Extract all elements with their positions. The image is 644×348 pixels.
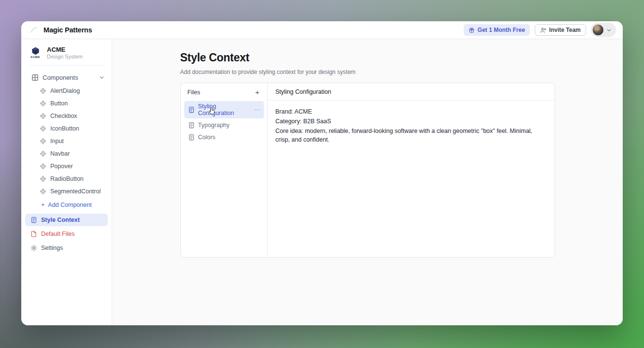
sidebar-section-components[interactable]: Components [21, 71, 112, 85]
magic-patterns-logo[interactable]: Magic Patterns [29, 26, 92, 34]
content-line: Core idea: modern, reliable, forward-loo… [276, 127, 547, 144]
style-context-panel: Files + Styling Configuration ⋯ [180, 83, 555, 258]
add-component-button[interactable]: + Add Component [21, 198, 112, 212]
acme-cube-icon [31, 47, 40, 55]
plus-icon: + [41, 202, 44, 208]
page-subtitle: Add documentation to provide styling con… [180, 69, 555, 75]
invite-team-button[interactable]: Invite Team [535, 24, 586, 36]
content-line: Category: B2B SaaS [276, 117, 547, 126]
component-label: AlertDialog [50, 87, 80, 94]
component-label: RadioButton [50, 175, 84, 182]
sidebar-item-default-files[interactable]: Default Files [25, 228, 108, 240]
workspace-switcher[interactable]: ACME ACME Design System [21, 44, 112, 64]
acme-logo-badge: ACME [28, 47, 43, 58]
file-item-colors[interactable]: Colors [184, 132, 264, 143]
components-label: Components [43, 74, 78, 81]
file-label: Typography [198, 122, 230, 129]
gear-icon [30, 245, 37, 251]
files-list: Styling Configuration ⋯ Typography Color… [181, 100, 267, 145]
component-label: Input [50, 138, 64, 145]
file-content-column: Styling Configuration Brand: ACME Catego… [268, 83, 555, 257]
page-title: Style Context [180, 51, 555, 64]
files-column: Files + Styling Configuration ⋯ [181, 83, 268, 257]
sidebar-component-radiobutton[interactable]: RadioButton [21, 173, 112, 185]
person-plus-icon [540, 27, 546, 33]
component-label: Popover [50, 163, 73, 170]
file-item-typography[interactable]: Typography [184, 120, 264, 130]
avatar [592, 24, 604, 36]
sidebar-component-navbar[interactable]: Navbar [21, 147, 112, 160]
content-line: Brand: ACME [276, 107, 547, 116]
top-bar: Magic Patterns Get 1 Month Free Invite T… [21, 21, 623, 39]
sidebar-item-style-context[interactable]: Style Context [25, 214, 108, 226]
promo-button-label: Get 1 Month Free [478, 27, 525, 33]
component-label: IconButton [50, 125, 79, 132]
files-header: Files + [181, 83, 267, 100]
main-content: Style Context Add documentation to provi… [112, 39, 623, 325]
component-label: SegmentedControl [50, 188, 101, 195]
sidebar-component-popover[interactable]: Popover [21, 160, 112, 173]
components-grid-icon [31, 74, 39, 81]
component-icon [40, 150, 46, 157]
file-label: Styling Configuration [198, 103, 248, 116]
sidebar-component-iconbutton[interactable]: IconButton [21, 122, 112, 135]
component-icon [40, 113, 46, 119]
component-icon [40, 100, 46, 107]
add-component-label: Add Component [48, 202, 91, 208]
sidebar-component-button[interactable]: Button [21, 97, 112, 110]
magic-patterns-logo-icon [29, 26, 40, 34]
component-icon [40, 175, 46, 182]
get-month-free-button[interactable]: Get 1 Month Free [464, 24, 530, 36]
component-icon [40, 138, 46, 145]
sidebar-component-alertdialog[interactable]: AlertDialog [21, 85, 112, 97]
document-icon [188, 106, 195, 113]
component-icon [40, 125, 46, 132]
file-label: Colors [198, 134, 216, 141]
component-label: Navbar [50, 150, 70, 157]
workspace-name: ACME [47, 46, 83, 53]
document-icon [188, 122, 195, 129]
chevron-down-icon [606, 27, 612, 33]
file-content-header: Styling Configuration [268, 83, 555, 101]
sidebar: ACME ACME Design System Components Alert… [21, 39, 112, 325]
sidebar-divider [28, 65, 106, 66]
sidebar-component-input[interactable]: Input [21, 135, 112, 147]
acme-badge-text: ACME [30, 56, 40, 58]
file-item-styling-configuration[interactable]: Styling Configuration ⋯ [184, 101, 264, 118]
document-icon [188, 134, 195, 141]
sidebar-component-checkbox[interactable]: Checkbox [21, 110, 112, 122]
default-files-label: Default Files [41, 231, 74, 237]
file-more-button[interactable]: ⋯ [255, 106, 261, 113]
component-icon [40, 188, 46, 195]
components-list: AlertDialog Button Checkbox IconButton I… [21, 85, 112, 198]
sidebar-item-settings[interactable]: Settings [25, 242, 108, 254]
files-title: Files [188, 89, 200, 96]
document-icon [30, 217, 37, 223]
invite-button-label: Invite Team [549, 27, 581, 33]
account-menu[interactable] [591, 23, 616, 37]
desktop-background: { "topbar": { "logo_text": "Magic Patter… [0, 0, 644, 348]
app-window: Magic Patterns Get 1 Month Free Invite T… [21, 21, 623, 325]
file-icon [30, 231, 37, 237]
add-file-button[interactable]: + [254, 88, 261, 96]
gift-icon [468, 27, 475, 33]
topbar-actions: Get 1 Month Free Invite Team [464, 23, 616, 37]
sidebar-component-segmentedcontrol[interactable]: SegmentedControl [21, 185, 112, 198]
chevron-down-icon [99, 74, 105, 81]
file-content-body[interactable]: Brand: ACME Category: B2B SaaS Core idea… [268, 101, 555, 152]
settings-label: Settings [41, 245, 63, 251]
component-icon [40, 163, 46, 170]
workspace-subtitle: Design System [47, 54, 83, 59]
style-context-label: Style Context [41, 217, 80, 223]
component-icon [40, 87, 46, 94]
component-label: Checkbox [50, 113, 77, 119]
logo-text: Magic Patterns [44, 26, 92, 34]
component-label: Button [50, 100, 68, 107]
